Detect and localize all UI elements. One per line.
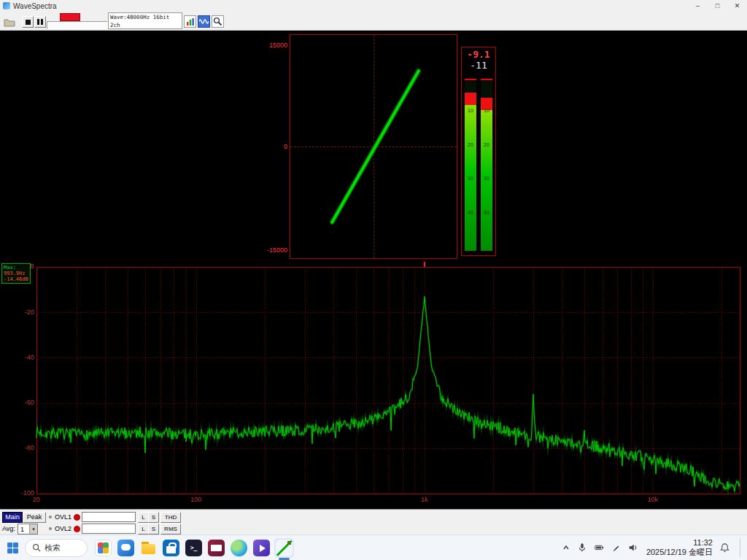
tray-time: 11:32 <box>646 538 713 548</box>
avg-count-value: 1 <box>18 526 29 533</box>
meter-view-button[interactable] <box>184 15 196 28</box>
meter-scale-label: 10 <box>465 108 476 113</box>
lissajous-trace <box>290 35 457 258</box>
meter-zero-mark <box>481 79 492 80</box>
store-icon <box>163 540 179 556</box>
ovl1-led <box>74 514 80 521</box>
maximize-button[interactable]: □ <box>708 0 727 12</box>
taskbar-app-store[interactable] <box>161 538 181 558</box>
meter-fill-left <box>465 93 476 251</box>
control-bar: Main Peak OVL1 L S THD Avg: 1 ▼ OVL2 L S… <box>0 509 747 534</box>
clock[interactable]: 11:32 2025/12/19 金曜日 <box>646 538 713 557</box>
max-frequency: 993.9Hz <box>4 271 28 276</box>
notification-bell-icon[interactable] <box>719 542 730 553</box>
meter-overload-left <box>465 93 476 105</box>
audio-info-panel: Wave:48000Hz 16bit 2ch FFT:32768 Rect. f… <box>108 12 182 29</box>
system-tray: 11:32 2025/12/19 金曜日 <box>562 538 744 557</box>
level-meter-panel: -9.1 -11 10203040 10203040 <box>461 47 496 256</box>
overlay1-load-button[interactable]: L <box>138 512 149 523</box>
stop-button[interactable] <box>22 16 34 28</box>
overlay2-load-button[interactable]: L <box>138 524 149 534</box>
edge-icon <box>231 540 247 556</box>
position-strip <box>47 21 108 29</box>
overlay2-file-input[interactable] <box>82 524 136 534</box>
overlay2-save-button[interactable]: S <box>148 524 159 534</box>
max-level: -14.46dB <box>4 276 28 282</box>
search-icon <box>32 543 41 552</box>
battery-icon[interactable] <box>594 542 605 553</box>
overlay1-save-button[interactable]: S <box>148 512 159 523</box>
meter-zero-mark <box>465 79 476 80</box>
taskbar-app-media-player[interactable] <box>252 538 271 558</box>
scope-area: 15000 0 -15000 -9.1 -11 10203040 1020304… <box>0 31 747 260</box>
meter-scale-label: 30 <box>465 176 476 181</box>
lissajous-scale-max: 15000 <box>269 42 287 49</box>
ovl2-led <box>74 526 80 532</box>
taskbar-app-edge[interactable] <box>229 538 249 558</box>
app-cluster-icon <box>95 540 112 556</box>
chat-icon <box>117 540 134 556</box>
titlebar: WaveSpectra – □ ✕ <box>0 0 747 12</box>
peak-value-right: -11 <box>462 60 495 71</box>
pen-icon[interactable] <box>611 543 621 553</box>
minimize-button[interactable]: – <box>688 0 708 12</box>
spectrum-area: Max: 993.9Hz -14.46dB <box>0 260 747 509</box>
taskbar-app-mail[interactable] <box>206 538 226 558</box>
hidden-icons-chevron[interactable] <box>562 543 570 552</box>
taskbar-app-chat[interactable] <box>116 538 136 558</box>
peak-value-left: -9.1 <box>462 49 495 60</box>
meter-bar-left: 10203040 <box>465 81 476 251</box>
volume-icon[interactable] <box>627 542 638 553</box>
tray-date: 2025/12/19 金曜日 <box>646 548 713 557</box>
main-tab-button[interactable]: Main <box>2 512 23 523</box>
thd-button[interactable]: THD <box>160 512 181 523</box>
max-label: Max: <box>4 265 28 271</box>
media-player-icon <box>253 540 270 556</box>
search-placeholder: 検索 <box>44 542 61 553</box>
lissajous-display: 15000 0 -15000 <box>290 34 457 259</box>
meter-fill-right <box>481 98 492 251</box>
explorer-icon <box>140 540 157 556</box>
open-file-icon[interactable] <box>4 17 15 26</box>
start-button[interactable] <box>3 538 22 557</box>
rms-button[interactable]: RMS <box>160 524 181 534</box>
terminal-icon: >_ <box>185 540 202 556</box>
magnifier-wrench-icon <box>213 17 222 26</box>
app-icon <box>3 2 10 9</box>
avg-count-select[interactable]: 1 ▼ <box>18 524 38 534</box>
taskbar-app-explorer[interactable] <box>139 538 158 558</box>
settings-button[interactable] <box>212 15 224 28</box>
meter-scale-label: 20 <box>481 142 492 147</box>
wave-info: Wave:48000Hz 16bit 2ch <box>110 13 182 29</box>
peak-tab-button[interactable]: Peak <box>23 512 46 523</box>
close-button[interactable]: ✕ <box>727 0 747 12</box>
taskbar-app-app-cluster[interactable] <box>93 538 113 558</box>
waveform-view-button[interactable] <box>198 15 210 28</box>
show-desktop-button[interactable] <box>740 538 743 557</box>
meter-scale-label: 40 <box>481 210 492 215</box>
microphone-icon[interactable] <box>577 542 587 553</box>
chevron-down-icon: ▼ <box>29 524 37 534</box>
meter-bar-right: 10203040 <box>481 81 492 251</box>
pause-icon <box>37 19 39 25</box>
taskbar: 検索 >_ 11:32 2025/12/19 金曜日 <box>0 534 747 560</box>
mail-icon <box>208 540 225 556</box>
taskbar-app-terminal[interactable]: >_ <box>184 538 204 558</box>
wavespectra-icon <box>276 540 293 556</box>
meter-scale-label: 40 <box>465 210 476 215</box>
overlay1-file-input[interactable] <box>82 512 136 522</box>
avg-label: Avg: <box>2 525 15 532</box>
taskbar-app-wavespectra[interactable] <box>274 538 294 558</box>
ovl2-label: OVL2 <box>55 525 71 532</box>
pause-button[interactable] <box>34 16 46 28</box>
window-controls: – □ ✕ <box>688 0 747 12</box>
toolbar: Wave:48000Hz 16bit 2ch FFT:32768 Rect. f… <box>0 12 747 31</box>
separator-dot <box>49 516 52 518</box>
taskbar-search[interactable]: 検索 <box>25 539 88 557</box>
meter-scale-label: 30 <box>481 176 492 181</box>
lissajous-scale-zero: 0 <box>284 143 287 150</box>
meter-scale-label: 10 <box>481 108 492 113</box>
window-title: WaveSpectra <box>13 2 57 10</box>
wavespectra-window: WaveSpectra – □ ✕ Wave:48000Hz 16bit 2ch… <box>0 0 747 560</box>
taskbar-apps: >_ <box>93 538 294 558</box>
